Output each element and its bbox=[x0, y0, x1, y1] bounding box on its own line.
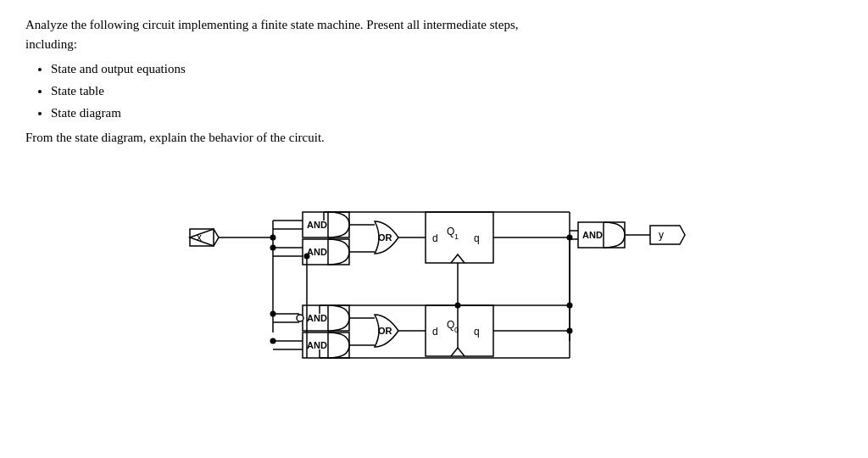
intro-paragraph: Analyze the following circuit implementi… bbox=[25, 15, 843, 148]
svg-point-61 bbox=[270, 338, 276, 344]
svg-point-62 bbox=[270, 244, 276, 250]
svg-point-60 bbox=[270, 310, 276, 316]
svg-text:y: y bbox=[659, 229, 664, 241]
svg-text:AND: AND bbox=[307, 313, 327, 323]
svg-text:q: q bbox=[474, 232, 480, 244]
bullet-item-1: State and output equations bbox=[51, 59, 843, 79]
svg-text:AND: AND bbox=[582, 230, 603, 240]
bullet-item-3: State diagram bbox=[51, 103, 843, 123]
svg-point-68 bbox=[304, 253, 310, 259]
svg-text:x: x bbox=[197, 232, 202, 243]
svg-point-70 bbox=[455, 302, 461, 308]
svg-text:AND: AND bbox=[307, 340, 327, 350]
svg-text:d: d bbox=[432, 326, 438, 338]
svg-point-37 bbox=[297, 315, 303, 321]
svg-text:1: 1 bbox=[454, 232, 459, 241]
svg-text:OR: OR bbox=[378, 232, 392, 243]
bullet-list: State and output equations State table S… bbox=[51, 59, 843, 123]
svg-marker-0 bbox=[190, 229, 214, 246]
circuit-diagram: .gate-label { font-family: Arial, sans-s… bbox=[25, 163, 843, 409]
svg-text:Q: Q bbox=[447, 226, 454, 237]
from-text: From the state diagram, explain the beha… bbox=[25, 128, 843, 148]
svg-text:q: q bbox=[474, 326, 480, 338]
svg-text:d: d bbox=[432, 232, 438, 244]
intro-line1: Analyze the following circuit implementi… bbox=[25, 15, 839, 53]
circuit-svg: .gate-label { font-family: Arial, sans-s… bbox=[171, 163, 697, 409]
svg-marker-1 bbox=[190, 229, 219, 246]
bullet-item-2: State table bbox=[51, 81, 843, 101]
svg-marker-33 bbox=[650, 226, 685, 244]
svg-text:Q: Q bbox=[447, 319, 454, 331]
svg-text:OR: OR bbox=[378, 326, 392, 336]
svg-text:AND: AND bbox=[307, 247, 327, 257]
svg-text:AND: AND bbox=[307, 220, 327, 230]
